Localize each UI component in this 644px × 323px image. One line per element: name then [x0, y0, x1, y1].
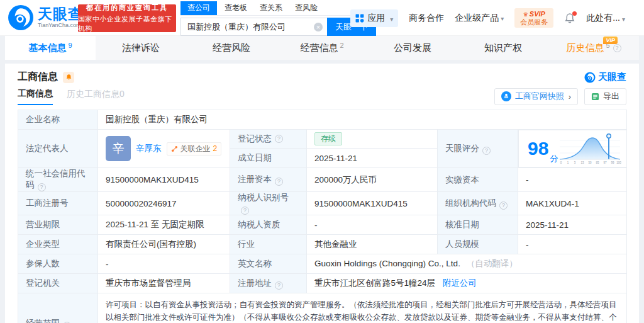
company-type-value: 有限责任公司(国有控股)	[98, 235, 230, 254]
help-icon	[275, 135, 283, 143]
tab-label: 经营风险	[213, 42, 250, 54]
nav-business-cooperation[interactable]: 商务合作	[409, 13, 444, 24]
notification-bell[interactable]	[564, 13, 575, 24]
apps-label: 应用	[367, 13, 385, 24]
tab-count: 2	[340, 42, 343, 49]
tab-basic-info[interactable]: 基本信息9	[5, 36, 96, 60]
tab-label: 基本信息	[28, 42, 66, 54]
business-info-table: 企业名称 国新控股（重庆）有限公司 法定代表人 辛 辛厚东 关联企业	[18, 110, 627, 323]
help-icon	[241, 207, 249, 215]
tab-operating-risk[interactable]: 经营风险	[186, 36, 277, 60]
taxpayer-id-value: 91500000MAK1XUD415	[307, 192, 438, 215]
axis-tick: 97	[603, 161, 607, 164]
axis-tick: 85	[596, 161, 599, 164]
help-icon	[613, 44, 621, 52]
export-label: 导出	[603, 91, 619, 102]
apps-menu[interactable]: 应用	[350, 9, 398, 27]
avatar[interactable]: 辛	[106, 136, 131, 161]
related-companies-badge[interactable]: 关联企业 2	[167, 142, 222, 156]
card-brand-watermark: 天眼查	[584, 71, 626, 83]
english-name-value: Guoxin Holdings (Chongqing) Co., Ltd.	[314, 259, 460, 268]
brand-name: 天眼查	[598, 71, 626, 83]
search-tab-company[interactable]: 查公司	[180, 1, 217, 15]
tab-legal-proceedings[interactable]: 法律诉讼	[96, 36, 186, 60]
search-tabs: 查公司 查老板 查关系 查风险	[180, 3, 376, 16]
business-term-label: 营业期限	[18, 215, 98, 235]
registered-capital-value: 200000万人民币	[307, 168, 438, 192]
tab-history-info[interactable]: 历史信息5 VIP	[548, 36, 639, 60]
nav-enterprise-products[interactable]: 企业级产品	[455, 13, 504, 24]
tianyan-score-value: 98	[528, 139, 548, 158]
score-distribution-chart[interactable]: 0 1 3 13 50 85 97 99 100	[558, 132, 621, 166]
table-row: 登记机关 重庆市市场监督管理局 注册地址 重庆市江北区创富路5号1幢24层 附近…	[18, 274, 627, 293]
nearby-companies-link[interactable]: 附近公司	[443, 278, 477, 288]
axis-tick: 50	[588, 161, 592, 164]
tab-intellectual-property[interactable]: 知识产权	[458, 36, 548, 60]
chevron-right-icon	[568, 92, 571, 101]
section-title: 工商信息	[18, 71, 58, 84]
user-name: 此处有...	[586, 13, 620, 24]
logo-name: 天眼查	[38, 6, 83, 22]
brand-slogan: 都在用的商业查询工具 国家中小企业发展子基金旗下机构	[78, 4, 176, 32]
tab-company-development[interactable]: 公司发展	[367, 36, 458, 60]
table-row: 经营范围 许可项目：以自有资金从事投资活动；自有资金投资的资产管理服务。（依法须…	[18, 293, 627, 323]
logo-domain: TianYanCha.com	[38, 22, 83, 29]
official-snapshot-button[interactable]: 工商官网快照	[494, 88, 578, 105]
search-tab-risk[interactable]: 查风险	[295, 1, 318, 15]
approval-date-value: 2025-11-21	[518, 215, 627, 235]
legal-rep-name-link[interactable]: 辛厚东	[136, 143, 162, 154]
search-input[interactable]	[180, 18, 327, 36]
paidin-capital-value: -	[518, 168, 627, 192]
english-name-label: 英文名称	[230, 254, 307, 274]
search-tab-boss[interactable]: 查老板	[225, 1, 247, 15]
vip-badge: VIP	[603, 37, 618, 44]
clear-icon[interactable]	[314, 23, 323, 31]
org-code-value: MAK1XUD4-1	[518, 192, 627, 215]
score-label: 天眼评分	[445, 144, 479, 153]
user-menu[interactable]: 此处有...	[586, 13, 625, 24]
axis-tick: 3	[574, 161, 575, 164]
axis-tick: 99	[611, 161, 614, 164]
legal-rep-label: 法定代表人	[18, 130, 98, 168]
tianyancha-logo[interactable]: 天眼查 TianYanCha.com	[8, 4, 83, 31]
relation-graph-icon	[171, 145, 178, 152]
industry-value: 其他金融业	[307, 235, 438, 254]
table-row: 统一社会信用代码 91500000MAK1XUD415 注册资本 200000万…	[18, 168, 627, 192]
credit-code-label: 统一社会信用代码	[26, 169, 86, 190]
chevron-down-icon	[499, 13, 504, 23]
tab-label: 法律诉讼	[122, 42, 160, 54]
svip-member-badge[interactable]: SVIP 会员服务	[514, 8, 553, 28]
export-button[interactable]: 导出	[584, 88, 626, 105]
tab-label: 历史信息	[566, 42, 604, 54]
help-icon	[275, 178, 283, 186]
auto-translate-note: （自动翻译）	[467, 259, 518, 268]
table-row: 工商注册号 500000020246917 纳税人识别号 91500000MAK…	[18, 192, 627, 215]
org-code-label: 组织机构代码	[445, 198, 496, 208]
subscribe-bell-icon[interactable]	[63, 72, 74, 83]
reg-authority-value: 重庆市市场监督管理局	[98, 274, 230, 293]
industry-label: 行业	[230, 235, 307, 254]
insured-count-label: 参保人数	[18, 254, 98, 274]
registered-capital-label: 注册资本	[238, 174, 272, 184]
tab-operating-info[interactable]: 经营信息2	[277, 36, 367, 60]
reg-address-value: 重庆市江北区创富路5号1幢24层	[314, 278, 435, 288]
tab-label: 经营信息	[300, 42, 338, 54]
chevron-down-icon	[388, 13, 393, 23]
tab-label: 公司发展	[394, 42, 431, 54]
tianyancha-logo-icon	[8, 4, 34, 31]
table-row: 企业名称 国新控股（重庆）有限公司	[18, 110, 627, 130]
establish-date-value: 2025-11-21	[314, 154, 357, 163]
table-row: 法定代表人 辛 辛厚东 关联企业 2	[18, 130, 627, 168]
search-tab-relation[interactable]: 查关系	[260, 1, 282, 15]
business-info-card: 工商信息 天眼查 工商信息 历史工商信息0	[5, 64, 639, 323]
subtab-current-business-info[interactable]: 工商信息	[18, 88, 53, 105]
snapshot-label: 工商官网快照	[515, 91, 564, 102]
tab-label: 知识产权	[484, 42, 522, 54]
business-term-value: 2025-11-21 至 无固定期限	[98, 215, 230, 235]
notification-dot	[572, 11, 577, 16]
company-name-label: 企业名称	[18, 110, 98, 130]
subtab-history-business-info[interactable]: 历史工商信息0	[67, 89, 125, 105]
slogan-line2: 国家中小企业发展子基金旗下机构	[78, 14, 176, 33]
axis-tick: 1	[567, 161, 569, 164]
help-icon	[38, 183, 46, 191]
